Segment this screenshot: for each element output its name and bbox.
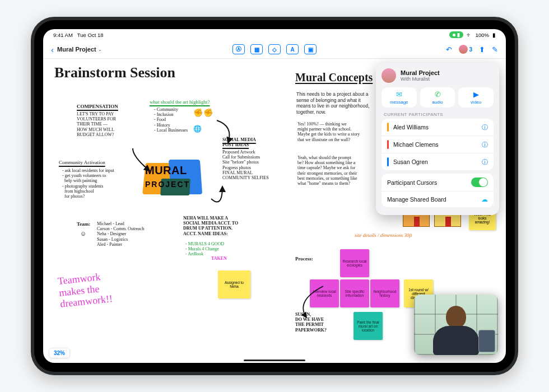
process-heading: Process: xyxy=(295,256,313,262)
fist-icon-1: ✊ xyxy=(193,108,203,117)
community-heading: Community Activation xyxy=(59,160,105,165)
info-icon[interactable]: ⓘ xyxy=(482,141,488,149)
compensation-body: LET'S TRY TO PAY VOLUNTEERS FOR THEIR TI… xyxy=(77,111,116,137)
ipad-frame: 9:41 AM Tue Oct 18 ▮ ᯤ 100% ▮ ‹ Mural Pr… xyxy=(31,17,518,375)
smiley-icon: ☺ xyxy=(80,230,86,237)
tool-text[interactable]: A xyxy=(286,44,299,54)
participants-list: Aled Williamsⓘ Michael Clemensⓘ Susan Og… xyxy=(381,119,494,170)
sticky-sitespec[interactable]: Site specific information xyxy=(340,279,369,307)
participant-row[interactable]: Aled Williamsⓘ xyxy=(381,119,494,136)
home-indicator[interactable] xyxy=(244,360,305,361)
participant-count: 3 xyxy=(469,46,472,53)
participant-cursors-row[interactable]: Participant Cursors xyxy=(381,174,494,192)
acct-taken: TAKEN xyxy=(211,256,227,261)
audio-button[interactable]: ✆audio xyxy=(420,87,455,108)
teamwork-note: Teamwork makes the dreamwork!! xyxy=(57,270,113,310)
site-details-note: site details / dimensions 30ft xyxy=(355,232,412,238)
screen: 9:41 AM Tue Oct 18 ▮ ᯤ 100% ▮ ‹ Mural Pr… xyxy=(43,29,506,363)
avatar-icon xyxy=(459,45,468,54)
tool-media[interactable]: ▣ xyxy=(304,44,317,54)
status-time: 9:41 AM xyxy=(53,32,73,38)
participant-row[interactable]: Michael Clemensⓘ xyxy=(381,136,494,153)
post-ideas-heading: SOCIAL MEDIA POST IDEAS xyxy=(222,137,256,147)
cloud-icon: ☁︎ xyxy=(481,195,488,203)
status-bar: 9:41 AM Tue Oct 18 ▮ ᯤ 100% ▮ xyxy=(43,29,506,40)
zoom-level[interactable]: 32% xyxy=(49,348,70,358)
compensation-heading: COMPENSATION xyxy=(77,104,118,109)
video-icon: ▶ xyxy=(473,90,479,99)
sticky-assigned-neha[interactable]: Assigned to Neha xyxy=(218,270,250,298)
phone-icon: ✆ xyxy=(435,90,441,99)
info-icon[interactable]: ⓘ xyxy=(482,158,488,166)
participants-button[interactable]: 3 xyxy=(459,45,472,54)
tool-sticky[interactable]: ▦ xyxy=(250,44,263,54)
ipad-bezel: 9:41 AM Tue Oct 18 ▮ ᯤ 100% ▮ ‹ Mural Pr… xyxy=(34,20,515,372)
sticky-research[interactable]: Research local ecologies xyxy=(340,249,369,277)
globe-icon: 🌐 xyxy=(193,125,202,133)
collaboration-popover: Mural Project With Muralist ✉︎message ✆a… xyxy=(376,63,499,215)
popover-title: Mural Project xyxy=(401,69,440,76)
tool-pen[interactable]: Ⓐ xyxy=(232,44,245,54)
chevron-down-icon[interactable]: ⌄ xyxy=(98,47,102,52)
facetime-self-view[interactable] xyxy=(478,330,495,352)
highlight-list: - Community - Inclusion - Food - History… xyxy=(154,107,188,133)
mural-project-logo: MURALPROJECT xyxy=(144,160,211,204)
heading-mural-concepts: Mural Concepts xyxy=(295,71,373,84)
acct-ideas: - MURALS 4 GOOD - Murals 4 Change - ArtB… xyxy=(185,241,224,257)
susan-permit-note: SUSAN, DO WE HAVE THE PERMIT PAPERWORK? xyxy=(295,312,327,333)
info-icon[interactable]: ⓘ xyxy=(482,123,488,132)
share-button[interactable]: ⬆︎ xyxy=(479,45,485,54)
video-button[interactable]: ▶video xyxy=(458,87,494,108)
facetime-indicator[interactable]: ▮ xyxy=(449,31,463,38)
sticky-final[interactable]: Paint the final mural art on location xyxy=(353,312,383,340)
wifi-icon: ᯤ xyxy=(467,32,472,38)
status-date: Tue Oct 18 xyxy=(77,32,104,38)
participant-row[interactable]: Susan Ogrenⓘ xyxy=(381,153,494,170)
undo-button[interactable]: ↶ xyxy=(446,45,452,54)
facetime-participant xyxy=(430,306,482,355)
sticky-interview[interactable]: Interview local residents xyxy=(310,279,339,307)
back-button[interactable]: ‹ xyxy=(51,45,54,54)
community-body: - ask local residents for input - get yo… xyxy=(62,168,114,199)
team-body: Michael - Lead Carson - Comm. Outreach N… xyxy=(97,221,144,247)
tool-shape[interactable]: ◇ xyxy=(268,44,281,54)
participants-section-label: CURRENT PARTICIPANTS xyxy=(384,112,491,117)
message-icon: ✉︎ xyxy=(396,90,402,99)
heading-brainstorm: Brainstorm Session xyxy=(54,64,175,81)
highlight-heading: what should the art highlight? xyxy=(150,99,210,105)
document-title[interactable]: Mural Project xyxy=(57,46,96,53)
sticky-neighborhood[interactable]: Neighborhood history xyxy=(370,279,399,307)
acct-body: NEHA WILL MAKE A SOCIAL MEDIA ACCT. TO D… xyxy=(183,216,238,236)
cursors-toggle[interactable] xyxy=(471,178,488,187)
tool-picker: Ⓐ ▦ ◇ A ▣ xyxy=(232,44,317,54)
app-toolbar: ‹ Mural Project ⌄ Ⓐ ▦ ◇ A ▣ ↶ 3 ⬆︎ ✎ xyxy=(43,40,506,58)
post-ideas-body: Proposed Artwork Call for Submissions Si… xyxy=(222,150,269,180)
battery-percent: 100% xyxy=(476,32,489,38)
team-heading: Team: xyxy=(77,221,90,227)
popover-avatar-icon xyxy=(381,68,396,83)
fist-icon-2: ✊ xyxy=(203,108,213,117)
battery-icon: ▮ xyxy=(492,32,496,38)
message-button[interactable]: ✉︎message xyxy=(381,87,417,108)
compose-button[interactable]: ✎ xyxy=(492,45,498,54)
facetime-pip[interactable] xyxy=(414,295,498,355)
popover-subtitle: With Muralist xyxy=(401,76,440,82)
manage-board-row[interactable]: Manage Shared Board☁︎ xyxy=(381,192,494,207)
